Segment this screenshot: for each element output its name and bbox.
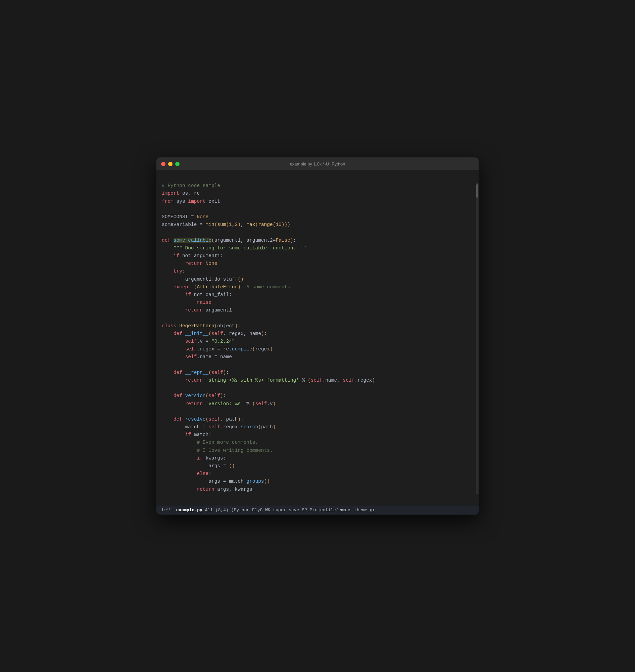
titlebar: example.py 1.0k *-U: Python <box>156 157 479 170</box>
statusbar: U:**- example.py All (8,4) (Python FlyC … <box>156 505 479 515</box>
scrollbar-track[interactable] <box>476 183 479 494</box>
maximize-button[interactable] <box>175 162 179 166</box>
minimize-button[interactable] <box>168 162 173 166</box>
editor-area[interactable]: # Python code sample import os, re from … <box>156 170 479 505</box>
editor-window: example.py 1.0k *-U: Python # Python cod… <box>156 157 479 515</box>
code-content: # Python code sample import os, re from … <box>162 174 472 501</box>
window-title: example.py 1.0k *-U: Python <box>290 161 345 167</box>
statusbar-text: U:**- example.py All (8,4) (Python FlyC … <box>160 507 375 513</box>
traffic-lights <box>161 162 179 166</box>
close-button[interactable] <box>161 162 166 166</box>
scrollbar-thumb[interactable] <box>476 184 478 198</box>
